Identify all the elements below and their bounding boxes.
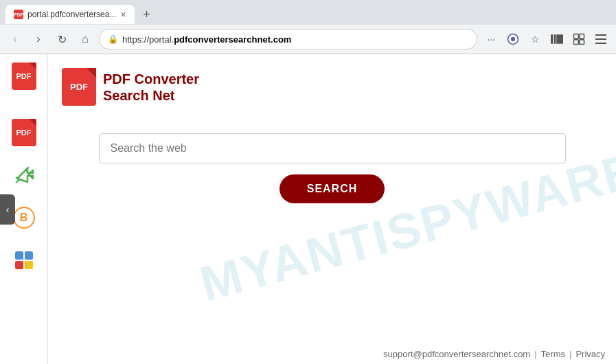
svg-rect-2 <box>551 34 553 44</box>
browser-chrome: PDF portal.pdfconvertersea... × + ‹ › ↻ … <box>0 0 616 54</box>
sidebar-item-pdf-2[interactable]: PDF <box>9 117 39 148</box>
tab-title: portal.pdfconvertersea... <box>27 10 116 19</box>
footer-email: support@pdfconvertersearchnet.com <box>383 349 530 359</box>
library-button[interactable] <box>547 30 567 49</box>
search-input[interactable] <box>100 134 565 163</box>
active-tab[interactable]: PDF portal.pdfconvertersea... × <box>5 5 135 24</box>
grid-icon <box>15 251 33 269</box>
logo-area: PDF PDF Converter Search Net <box>62 68 199 106</box>
search-input-wrapper[interactable] <box>99 133 566 163</box>
footer: support@pdfconvertersearchnet.com | Term… <box>372 343 616 364</box>
sidebar-item-pdf-1[interactable]: PDF <box>9 61 39 91</box>
privacy-link[interactable]: Privacy <box>575 349 605 359</box>
svg-rect-4 <box>556 34 563 44</box>
svg-point-1 <box>511 37 515 41</box>
search-container: SEARCH <box>99 133 566 203</box>
svg-rect-3 <box>554 34 556 44</box>
nav-bar: ‹ › ↻ ⌂ 🔒 https://portal.pdfconvertersea… <box>0 25 616 54</box>
svg-rect-9 <box>595 34 606 36</box>
terms-link[interactable]: Terms <box>541 349 565 359</box>
more-button[interactable]: ··· <box>481 30 501 49</box>
logo-text: PDF Converter Search Net <box>103 71 199 104</box>
svg-rect-10 <box>595 38 606 40</box>
back-button[interactable]: ‹ <box>5 30 25 49</box>
footer-separator-2: | <box>569 349 571 359</box>
sidebar-item-arrows[interactable] <box>9 160 39 190</box>
pdf-icon-1: PDF <box>12 62 36 90</box>
nav-actions: ··· ☆ <box>481 30 611 49</box>
address-bar[interactable]: 🔒 https://portal.pdfconvertersearchnet.c… <box>99 29 477 49</box>
sidebar-collapse-button[interactable]: ‹ <box>0 194 15 225</box>
svg-rect-5 <box>574 34 579 39</box>
logo-pdf-icon: PDF <box>62 68 96 106</box>
sidebar-item-grid[interactable] <box>9 245 39 275</box>
bookmark-button[interactable]: ☆ <box>525 30 545 49</box>
svg-rect-7 <box>574 40 579 45</box>
footer-separator-1: | <box>534 349 536 359</box>
address-text: https://portal.pdfconvertersearchnet.com <box>122 34 468 45</box>
arrows-icon <box>14 165 34 185</box>
bitcoin-icon: B <box>13 207 35 229</box>
extensions-button[interactable] <box>569 30 589 49</box>
main-area: PDF PDF Converter Search Net SEARCH <box>48 54 616 364</box>
page-content: MYANTISPYWARE.COM PDF PDF B <box>0 54 616 364</box>
new-tab-button[interactable]: + <box>137 5 157 24</box>
tab-bar: PDF portal.pdfconvertersea... × + <box>0 0 616 25</box>
security-icon: 🔒 <box>108 34 118 44</box>
search-button[interactable]: SEARCH <box>280 174 385 203</box>
tab-close-button[interactable]: × <box>120 9 126 20</box>
svg-rect-8 <box>580 40 584 45</box>
tab-favicon: PDF <box>14 10 23 19</box>
home-button[interactable]: ⌂ <box>76 30 95 49</box>
svg-rect-6 <box>580 34 584 39</box>
menu-button[interactable] <box>591 30 611 49</box>
pdf-icon-2: PDF <box>12 119 36 146</box>
svg-rect-11 <box>595 43 606 44</box>
forward-button[interactable]: › <box>29 30 48 49</box>
reload-button[interactable]: ↻ <box>52 30 71 49</box>
firefox-account-button[interactable] <box>503 30 523 49</box>
